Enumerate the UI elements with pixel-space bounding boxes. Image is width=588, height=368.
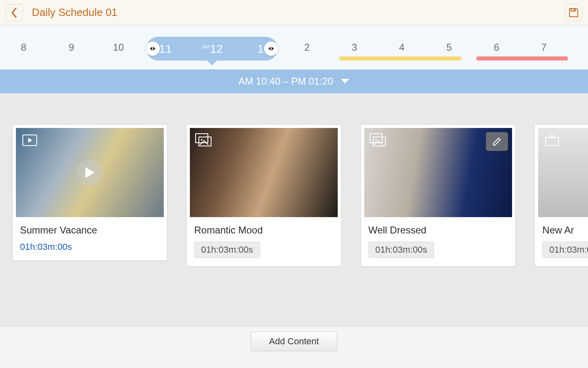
card-title: Romantic Mood — [194, 224, 334, 236]
current-range-label: AM 10:40 – PM 01:20 — [238, 76, 333, 87]
timeline-tick: 7 — [541, 42, 546, 53]
timeline-track-yellow — [339, 56, 461, 61]
video-type-icon — [21, 133, 39, 148]
content-card[interactable]: New Ar 01h:03m:00s — [535, 124, 588, 267]
timeline: 8 9 10 2 3 4 5 6 7 11 AM12 1 — [0, 25, 588, 70]
range-label: 11 — [159, 43, 172, 56]
back-button[interactable] — [6, 4, 23, 21]
svg-point-5 — [201, 139, 203, 141]
card-title: Summer Vacance — [20, 224, 160, 236]
timeline-tick: 4 — [399, 42, 404, 53]
card-thumbnail — [364, 128, 512, 217]
add-content-button[interactable]: Add Content — [251, 332, 337, 351]
timeline-tick: 6 — [494, 42, 499, 53]
drag-handle-icon — [150, 47, 156, 51]
save-icon — [568, 7, 579, 18]
footer: Add Content — [0, 326, 588, 368]
card-thumbnail — [538, 128, 588, 217]
gallery-type-icon — [369, 133, 387, 148]
card-title: Well Dressed — [368, 224, 508, 236]
play-icon — [77, 159, 103, 186]
svg-rect-1 — [574, 9, 575, 11]
range-label: 1 — [257, 43, 264, 56]
card-duration[interactable]: 01h:03m:00s — [542, 242, 588, 258]
svg-rect-3 — [196, 134, 208, 143]
content-card[interactable]: Romantic Mood 01h:03m:00s — [186, 124, 341, 267]
content-list: Summer Vacance 01h:03m:00s Romantic Mood… — [0, 93, 588, 326]
timeline-tick: 2 — [304, 42, 310, 53]
range-label: AM12 — [202, 43, 223, 56]
card-thumbnail — [190, 128, 338, 217]
current-range-bar[interactable]: AM 10:40 – PM 01:20 — [0, 70, 588, 93]
chevron-down-icon — [341, 79, 350, 84]
range-pointer-icon — [206, 60, 218, 65]
page-title: Daily Schedule 01 — [32, 6, 118, 19]
timeline-tick: 10 — [113, 42, 124, 53]
card-duration[interactable]: 01h:03m:00s — [368, 242, 434, 258]
timeline-tick: 3 — [352, 42, 357, 53]
timeline-tick: 9 — [69, 42, 74, 53]
range-label-value: 12 — [210, 43, 223, 55]
content-card[interactable]: Well Dressed 01h:03m:00s — [361, 124, 516, 267]
chevron-left-icon — [11, 7, 18, 18]
pencil-icon — [492, 136, 502, 147]
save-button[interactable] — [565, 4, 582, 21]
gallery-type-icon — [195, 133, 213, 148]
content-card[interactable]: Summer Vacance 01h:03m:00s — [12, 124, 167, 261]
header: Daily Schedule 01 — [0, 0, 588, 25]
card-duration[interactable]: 01h:03m:00s — [194, 242, 260, 258]
svg-rect-6 — [370, 134, 382, 143]
svg-rect-9 — [546, 137, 559, 146]
tv-type-icon — [543, 133, 561, 148]
svg-point-8 — [375, 139, 377, 141]
range-start-handle[interactable] — [145, 41, 160, 56]
timeline-track-red — [476, 56, 568, 61]
svg-rect-0 — [571, 9, 575, 11]
card-title: New Ar — [542, 224, 584, 236]
card-duration: 01h:03m:00s — [20, 242, 160, 252]
timeline-tick: 8 — [21, 42, 26, 53]
edit-button[interactable] — [486, 132, 508, 151]
drag-handle-icon — [268, 47, 274, 51]
range-end-handle[interactable] — [264, 41, 278, 56]
timeline-tick: 5 — [446, 42, 452, 53]
range-label-prefix: AM — [202, 44, 209, 50]
card-thumbnail — [16, 128, 164, 217]
